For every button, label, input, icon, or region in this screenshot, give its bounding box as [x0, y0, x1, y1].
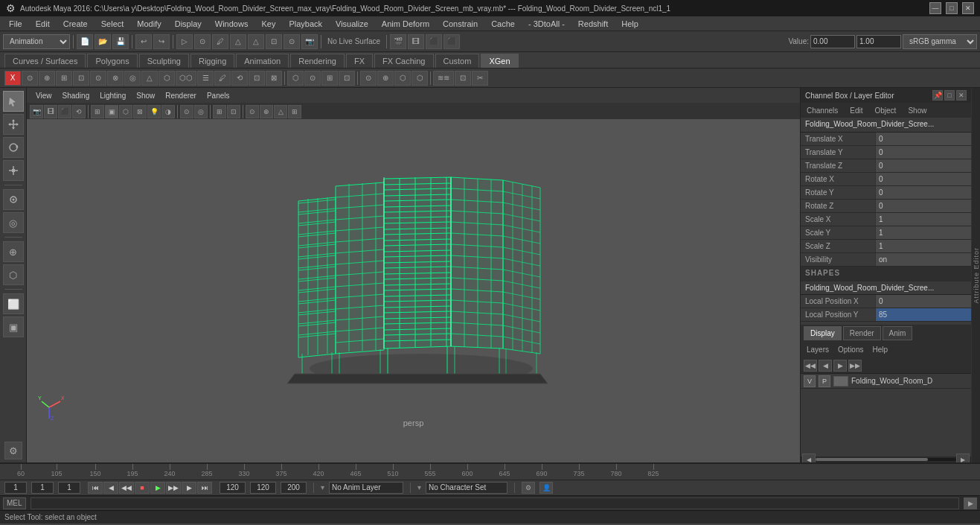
vp-cam-btn[interactable]: 📷 — [30, 105, 43, 118]
current-frame-input[interactable] — [31, 482, 54, 494]
transport-stop-btn[interactable]: ■ — [135, 482, 150, 494]
tab-xgen[interactable]: XGen — [481, 54, 518, 68]
channel-visibility[interactable]: Visibility on — [801, 253, 971, 267]
vp-light-btn[interactable]: 💡 — [147, 105, 161, 118]
xgen-btn4[interactable]: ⊞ — [56, 71, 72, 86]
snap3-btn[interactable]: ⊡ — [266, 34, 282, 49]
vp-xray-btn[interactable]: ⊙ — [180, 105, 193, 118]
tab-rendering[interactable]: Rendering — [290, 54, 345, 68]
vp-extra1[interactable]: ⊙ — [246, 105, 259, 118]
menu-constrain[interactable]: Constrain — [437, 18, 484, 30]
render-tab[interactable]: Render — [843, 326, 881, 340]
render3-btn[interactable]: ⬛ — [443, 34, 460, 49]
transport-last-btn[interactable]: ⏭ — [197, 482, 212, 494]
xgen-btn11[interactable]: ⬡⬡ — [176, 71, 196, 86]
playback-end-input[interactable] — [250, 482, 276, 494]
vp-wire-btn[interactable]: ▣ — [105, 105, 118, 118]
tab-sculpting[interactable]: Sculpting — [139, 54, 189, 68]
xgen-btn18[interactable]: ⊙ — [304, 71, 321, 86]
display-tab[interactable]: Display — [804, 326, 842, 340]
maximize-button[interactable]: □ — [946, 2, 958, 14]
scroll-right-btn[interactable]: ▶ — [956, 454, 970, 462]
xgen-btn2[interactable]: ⊙ — [22, 71, 38, 86]
channel-rotate-x[interactable]: Rotate X 0 — [801, 173, 971, 186]
end-frame-input[interactable] — [220, 482, 246, 494]
select-tool-btn[interactable]: ▷ — [176, 34, 193, 49]
menu-modify[interactable]: Modify — [131, 18, 167, 30]
lasso-btn[interactable]: ⊙ — [194, 34, 211, 49]
xgen-btn23[interactable]: ⬡ — [394, 71, 411, 86]
vp-menu-view[interactable]: View — [31, 90, 57, 101]
cb-expand-btn[interactable]: □ — [944, 90, 955, 101]
value2-input[interactable] — [856, 35, 901, 48]
vp-menu-renderer[interactable]: Renderer — [161, 90, 201, 101]
menu-display[interactable]: Display — [169, 18, 208, 30]
tab-fx[interactable]: FX — [346, 54, 373, 68]
max-time-input[interactable] — [281, 482, 307, 494]
render-region-tool[interactable]: ⬜ — [3, 293, 24, 314]
xgen-btn5[interactable]: ⊡ — [73, 71, 89, 86]
mode-dropdown[interactable]: Animation Modeling — [3, 34, 70, 49]
vp-extra4[interactable]: ⊞ — [288, 105, 301, 118]
colorspace-dropdown[interactable]: sRGB gamma — [903, 34, 977, 49]
vp-menu-panels[interactable]: Panels — [202, 90, 234, 101]
xgen-btn9[interactable]: △ — [141, 71, 158, 86]
xgen-btn15[interactable]: ⊡ — [249, 71, 265, 86]
tab-curves-surfaces[interactable]: Curves / Surfaces — [4, 54, 86, 68]
xgen-btn27[interactable]: ✂ — [472, 71, 488, 86]
snap-tool[interactable]: ⬡ — [3, 264, 24, 285]
layer-nav-prev[interactable]: ◀ — [819, 360, 832, 372]
xgen-btn21[interactable]: ⊙ — [360, 71, 377, 86]
timeline-track-area[interactable]: 60 105 150 195 240 285 330 375 420 465 5… — [0, 464, 809, 480]
tab-fx-caching[interactable]: FX Caching — [374, 54, 433, 68]
show-manip-tool[interactable]: ⊕ — [3, 241, 24, 262]
channel-scale-y[interactable]: Scale Y 1 — [801, 226, 971, 240]
channel-rotate-y[interactable]: Rotate Y 0 — [801, 186, 971, 200]
menu-file[interactable]: File — [3, 18, 28, 30]
value1-input[interactable] — [810, 35, 855, 48]
menu-cache[interactable]: Cache — [485, 18, 521, 30]
scroll-left-btn[interactable]: ◀ — [802, 454, 816, 462]
mel-run-btn[interactable]: ▶ — [964, 497, 977, 509]
vp-render-btn[interactable]: ⬛ — [58, 105, 71, 118]
minimize-button[interactable]: — — [929, 2, 941, 14]
vp-menu-lighting[interactable]: Lighting — [95, 90, 130, 101]
tab-rigging[interactable]: Rigging — [190, 54, 234, 68]
show-menu[interactable]: Show — [905, 105, 929, 116]
menu-3dtoall[interactable]: - 3DtoAll - — [522, 18, 571, 30]
silhouette-tool[interactable]: ▣ — [3, 316, 24, 337]
layers-menu[interactable]: Layers — [804, 344, 832, 355]
camera-btn[interactable]: 📷 — [301, 34, 318, 49]
vp-iso-btn[interactable]: ⊞ — [91, 105, 104, 118]
open-button[interactable]: 📂 — [95, 34, 111, 49]
layer-visibility-btn[interactable]: V — [804, 375, 816, 387]
viewport-canvas[interactable]: persp X Y Z — [27, 119, 800, 446]
paint-btn[interactable]: 🖊 — [212, 34, 228, 49]
select-tool[interactable] — [3, 91, 24, 112]
vp-smooth-btn[interactable]: ⬡ — [119, 105, 132, 118]
new-button[interactable]: 📄 — [77, 34, 93, 49]
menu-visualize[interactable]: Visualize — [330, 18, 374, 30]
vp-grid-btn[interactable]: ⊞ — [213, 105, 226, 118]
channels-menu[interactable]: Channels — [804, 105, 841, 116]
channel-scale-x[interactable]: Scale X 1 — [801, 213, 971, 226]
frame-display-input[interactable] — [58, 482, 80, 494]
tab-polygons[interactable]: Polygons — [87, 54, 137, 68]
xgen-btn26[interactable]: ⊡ — [455, 71, 471, 86]
vp-xray-active-btn[interactable]: ◎ — [194, 105, 208, 118]
transport-step-back-btn[interactable]: ◀ — [103, 482, 118, 494]
ipr-btn[interactable]: 🎞 — [408, 34, 424, 49]
char-set-input[interactable]: No Character Set — [426, 482, 507, 494]
mel-input[interactable] — [31, 497, 959, 509]
menu-edit[interactable]: Edit — [30, 18, 56, 30]
channel-translate-y[interactable]: Translate Y 0 — [801, 146, 971, 159]
transport-step-fwd-btn[interactable]: ▶ — [182, 482, 196, 494]
vp-film-btn[interactable]: 🎞 — [44, 105, 57, 118]
cb-pin-btn[interactable]: 📌 — [932, 90, 943, 101]
transport-play-fwd-btn[interactable]: ▶▶ — [166, 482, 181, 494]
layer-nav-next[interactable]: ▶ — [833, 360, 847, 372]
vp-menu-show[interactable]: Show — [132, 90, 159, 101]
timeline-ruler[interactable]: 60 105 150 195 240 285 330 375 420 465 5… — [0, 463, 980, 480]
vp-manip-btn[interactable]: ⟲ — [72, 105, 86, 118]
prefs-btn[interactable]: ⚙ — [522, 482, 535, 494]
